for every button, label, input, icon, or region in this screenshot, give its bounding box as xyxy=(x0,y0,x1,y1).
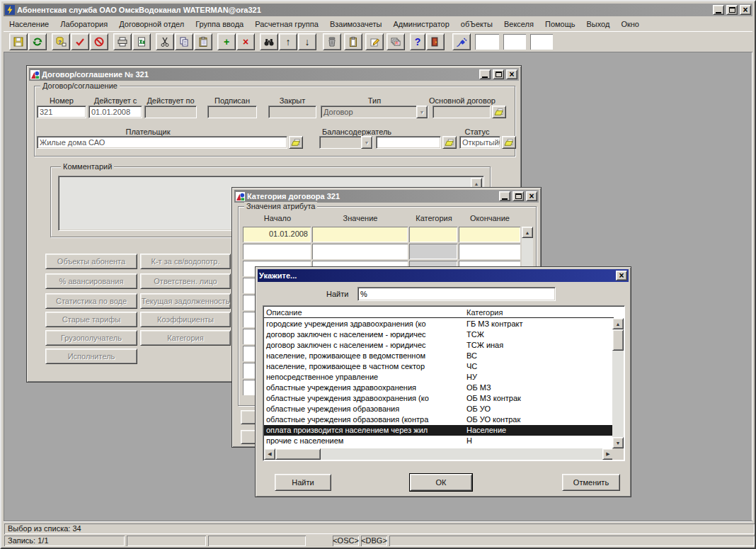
list-item[interactable]: население, проживающее в ведомственномВС xyxy=(264,351,614,361)
menu-gruppa-vvoda[interactable]: Группа ввода xyxy=(190,18,249,30)
list-item[interactable]: областные учреждения образования (контра… xyxy=(264,414,614,425)
minimize-icon[interactable] xyxy=(713,5,724,15)
executor-button[interactable]: Исполнитель xyxy=(45,349,137,364)
menu-pomosch[interactable]: Помощь xyxy=(539,18,581,30)
consignee-button[interactable]: Грузополучатель xyxy=(45,330,137,346)
exit-button[interactable] xyxy=(426,33,445,50)
coefficients-button[interactable]: Коэффициенты xyxy=(140,312,231,327)
valid-to-field[interactable] xyxy=(144,106,197,118)
delete-button[interactable] xyxy=(323,33,341,50)
menu-okno[interactable]: Окно xyxy=(615,18,645,30)
main-contract-field[interactable] xyxy=(433,106,491,118)
maximize-icon[interactable] xyxy=(512,191,524,201)
menu-dogovornoy-otdel[interactable]: Договорной отдел xyxy=(113,18,190,30)
grid-cell[interactable] xyxy=(409,244,457,259)
print-button[interactable] xyxy=(113,33,132,50)
menu-laboratoria[interactable]: Лаборатория xyxy=(55,18,113,30)
category-window-titlebar[interactable]: Категория договора 321 xyxy=(234,190,539,203)
horizontal-scrollbar[interactable] xyxy=(264,448,614,460)
balance-holder-field[interactable] xyxy=(376,136,441,149)
list-item[interactable]: договор заключен с населением - юридичес… xyxy=(264,329,614,340)
payer-field[interactable]: Жилые дома САО xyxy=(37,136,287,149)
grid-cell-value[interactable] xyxy=(312,227,408,242)
grid-cell[interactable] xyxy=(243,244,311,259)
scrollbar-thumb[interactable] xyxy=(275,448,321,460)
maximize-icon[interactable] xyxy=(493,69,504,79)
ok-button[interactable]: ОК xyxy=(410,474,472,491)
water-coeff-button[interactable]: К-т за св/водопотр. xyxy=(140,254,231,269)
chevron-down-icon[interactable] xyxy=(361,136,372,149)
close-icon[interactable] xyxy=(506,69,517,79)
scrollbar-thumb[interactable] xyxy=(612,329,624,351)
maximize-icon[interactable] xyxy=(726,5,738,15)
type-combo[interactable]: Договор xyxy=(321,106,428,118)
status-field[interactable]: ОткрытыйОбъект xyxy=(459,136,500,149)
refresh-button[interactable] xyxy=(28,33,47,50)
list-item[interactable]: областные учреждения здравоохранения (ко… xyxy=(264,393,614,404)
chevron-down-icon[interactable] xyxy=(416,106,428,118)
closed-field[interactable] xyxy=(268,106,316,118)
responsible-person-button[interactable]: Ответствен. лицо xyxy=(140,273,231,289)
move-down-button[interactable]: ↓ xyxy=(298,33,316,50)
documents-button[interactable]: FI xyxy=(386,33,405,50)
advance-percent-button[interactable]: % авансирования xyxy=(45,273,137,289)
cut-button[interactable] xyxy=(156,33,174,50)
find-input[interactable]: % xyxy=(357,287,556,301)
clipboard-button[interactable] xyxy=(344,33,362,50)
category-button[interactable]: Категория xyxy=(140,330,231,346)
save-button[interactable] xyxy=(9,33,28,50)
grid-cell-category[interactable] xyxy=(409,227,457,242)
vertical-scrollbar[interactable] xyxy=(612,318,624,448)
payer-lookup-button[interactable] xyxy=(289,136,303,149)
menu-naselenie[interactable]: Население xyxy=(4,18,55,30)
grid-cell-end[interactable] xyxy=(459,227,520,242)
help-button[interactable]: ? xyxy=(410,33,425,50)
connect-button[interactable] xyxy=(452,33,471,50)
list-item[interactable]: областные учреждения здравоохраненияОБ М… xyxy=(264,383,614,393)
scroll-down-icon[interactable] xyxy=(612,437,624,448)
cancel-button[interactable] xyxy=(90,33,108,50)
water-statistics-button[interactable]: Статистика по воде xyxy=(45,293,137,309)
db-query-button[interactable]: ? xyxy=(52,33,70,50)
cancel-button[interactable]: Отменить xyxy=(562,474,620,491)
scroll-up-icon[interactable] xyxy=(612,318,624,329)
close-icon[interactable] xyxy=(740,5,751,15)
delete-record-button[interactable]: × xyxy=(236,33,255,50)
list-item[interactable]: областные учреждения образованияОБ УО xyxy=(264,404,614,414)
select-dialog-titlebar[interactable]: Укажите... xyxy=(258,269,629,282)
balance-holder-lookup-button[interactable] xyxy=(442,136,457,149)
list-item[interactable]: прочие с населениемН xyxy=(264,436,614,446)
list-item[interactable]: городские учреждения здравоохранения (ко… xyxy=(264,319,614,329)
close-icon[interactable] xyxy=(616,271,627,281)
grid-cell-start[interactable]: 01.01.2008 xyxy=(243,227,311,242)
dialog-find-button[interactable]: Найти xyxy=(275,474,331,491)
signed-field[interactable] xyxy=(207,106,257,118)
menu-vyhod[interactable]: Выход xyxy=(580,18,615,30)
add-record-button[interactable]: + xyxy=(217,33,236,50)
list-item[interactable]: непосредственное управлениеНУ xyxy=(264,372,614,383)
close-icon[interactable] xyxy=(526,191,537,201)
copy-button[interactable] xyxy=(175,33,193,50)
contract-window-titlebar[interactable]: Договор/соглашение № 321 xyxy=(29,68,519,81)
move-up-button[interactable]: ↑ xyxy=(279,33,297,50)
number-field[interactable]: 321 xyxy=(37,106,86,118)
scroll-up-icon[interactable] xyxy=(522,227,533,238)
valid-from-field[interactable]: 01.01.2008 xyxy=(88,106,142,118)
grid-cell[interactable] xyxy=(312,244,408,259)
main-titlebar[interactable]: Абонентская служба ОАО ОмскВодоканал WAT… xyxy=(4,4,752,16)
confirm-button[interactable] xyxy=(71,33,89,50)
menu-obekty[interactable]: обЪекты xyxy=(455,18,498,30)
main-contract-lookup-button[interactable] xyxy=(492,106,506,118)
minimize-icon[interactable] xyxy=(499,191,510,201)
old-tariffs-button[interactable]: Старые тарифы xyxy=(45,312,137,327)
objects-button[interactable]: Объекты абонента xyxy=(45,254,137,269)
list-item-selected[interactable]: оплата производится населением через жил… xyxy=(264,425,614,436)
list-item[interactable]: население, проживающее в частном секторЧ… xyxy=(264,361,614,372)
menu-administrator[interactable]: Администратор xyxy=(387,18,454,30)
grid-cell[interactable] xyxy=(459,244,520,259)
menu-raschetnaya-gruppa[interactable]: Расчетная группа xyxy=(249,18,324,30)
scroll-left-icon[interactable] xyxy=(264,448,275,460)
edit-button[interactable] xyxy=(365,33,384,50)
list-item[interactable]: договор заключен с населением - юридичес… xyxy=(264,340,614,351)
find-button[interactable] xyxy=(260,33,278,50)
